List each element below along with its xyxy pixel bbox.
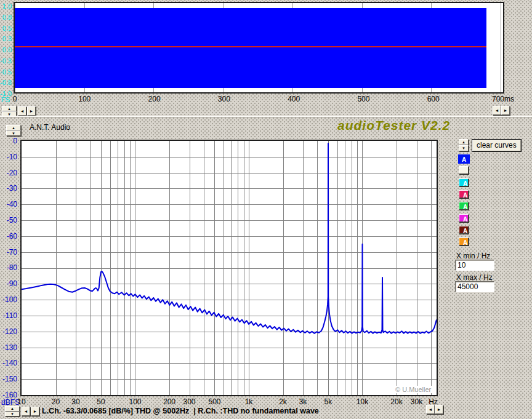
status-spinner: ▲ ▼ <box>5 406 20 417</box>
waveform-y-axis: 1.00.80.50.30.0-0.3-0.5-0.8-1.0 <box>0 2 12 100</box>
waveform-x-tick-label: 400 <box>288 95 300 103</box>
status-scroll-left-button[interactable]: ◄ <box>22 407 30 416</box>
waveform-y-tick-label: 1.0 <box>2 2 12 10</box>
spectrum-x-tick-label: 300 <box>183 397 195 406</box>
spectrum-y-tick-label: -20 <box>7 169 17 177</box>
spectrum-y-tick-label: -80 <box>7 263 17 272</box>
waveform-y-tick-label: 0.5 <box>2 25 12 32</box>
x-max-input[interactable] <box>455 281 494 292</box>
spectrum-x-tick-label: 20 <box>52 397 60 406</box>
section-divider <box>0 116 532 118</box>
waveform-signal <box>15 8 486 88</box>
curve-color-button-1[interactable]: A <box>458 154 470 164</box>
clear-curves-button[interactable]: clear curves <box>472 139 522 152</box>
spin-up-button[interactable]: ▲ <box>5 406 20 412</box>
waveform-right-scroll-left-button[interactable]: ◄ <box>493 106 501 115</box>
waveform-scroll-right-button[interactable]: ► <box>27 106 36 116</box>
spin-down-button[interactable]: ▼ <box>6 130 21 136</box>
spectrum-x-tick-label: 10 <box>17 397 25 406</box>
spin-up-button[interactable]: ▲ <box>6 125 21 130</box>
spectrum-x-tick-label: 2k <box>279 397 287 406</box>
spectrum-trace <box>22 143 437 333</box>
spin-up-icon: ▲ <box>7 107 11 111</box>
spectrum-x-tick-label: 20k <box>390 397 402 406</box>
spectrum-x-tick-label: 30k <box>411 397 422 406</box>
arrow-left-icon: ◄ <box>24 409 28 413</box>
curve-color-button-5[interactable]: A <box>459 202 469 210</box>
x-min-input[interactable] <box>455 260 494 271</box>
spectrum-x-tick-label: 200 <box>163 397 175 406</box>
copyright-label: © U.Mueller <box>394 386 432 393</box>
curve-color-button-6[interactable]: A <box>459 214 469 222</box>
status-scroll-right-button[interactable]: ► <box>31 407 39 416</box>
spectrum-y-tick-label: -30 <box>7 184 17 193</box>
spectrum-scale-spinner: ▲ ▼ <box>6 125 21 136</box>
spectrum-y-tick-label: -40 <box>7 200 17 209</box>
spectrum-y-tick-label: -60 <box>7 232 17 241</box>
arrow-right-icon: ► <box>33 409 38 413</box>
spin-down-icon: ▼ <box>12 132 15 135</box>
waveform-y-tick-label: -0.8 <box>0 79 12 86</box>
spin-up-icon: ▲ <box>10 407 14 410</box>
spectrum-x-tick-label: 5k <box>324 397 332 406</box>
waveform-x-tick-label: 200 <box>148 95 161 103</box>
spectrum-y-axis: 0-10-20-30-40-50-60-70-80-90-100-110-120… <box>0 141 18 396</box>
arrow-left-icon: ◄ <box>495 108 499 113</box>
waveform-y-tick-label: 0.8 <box>2 14 12 21</box>
arrow-right-icon: ► <box>30 109 34 113</box>
spectrum-x-tick-label: 30 <box>71 397 79 406</box>
waveform-y-unit-label: FS <box>1 96 10 103</box>
spectrum-scroll-right-button[interactable]: ► <box>435 405 443 414</box>
spectrum-scroll-left-button[interactable]: ◄ <box>426 405 435 414</box>
arrow-right-icon: ► <box>504 108 508 113</box>
waveform-x-tick-label: 300 <box>218 95 230 103</box>
waveform-x-tick-label: 500 <box>357 95 369 103</box>
curve-color-buttons: AAAAAAA <box>458 154 472 253</box>
spectrum-y-tick-label: -100 <box>2 295 17 304</box>
spectrum-y-tick-label: -50 <box>7 216 17 225</box>
waveform-scroll-left-button[interactable]: ◄ <box>18 106 26 116</box>
spectrum-y-tick-label: -130 <box>2 343 17 352</box>
waveform-zero-line <box>15 46 486 47</box>
spin-down-button[interactable]: ▼ <box>5 412 20 417</box>
waveform-right-scroll-right-button[interactable]: ► <box>501 106 510 115</box>
curve-color-button-8[interactable]: A <box>459 237 469 245</box>
spin-up-button[interactable]: ▲ <box>2 106 17 111</box>
spin-down-icon: ▼ <box>462 146 465 150</box>
spin-up-button[interactable]: ▲ <box>459 139 469 145</box>
spectrum-y-tick-label: -90 <box>7 279 17 288</box>
spectrum-x-axis: 102030501002003005001k2k3k5k10k20k30kHz <box>22 397 446 406</box>
spin-down-icon: ▼ <box>10 412 14 416</box>
spin-down-button[interactable]: ▼ <box>459 145 469 151</box>
waveform-plot <box>14 2 504 94</box>
spectrum-y-tick-label: -10 <box>7 153 17 161</box>
spectrum-svg <box>22 141 437 395</box>
arrow-left-icon: ◄ <box>429 407 433 412</box>
arrow-right-icon: ► <box>437 407 441 412</box>
waveform-y-tick-label: 0.0 <box>2 46 12 54</box>
status-text: L.Ch. -63.3/0.0685 [dB/%] THD @ 5002Hz |… <box>42 407 319 415</box>
spectrum-y-tick-label: 0 <box>13 137 17 145</box>
vendor-label: A.N.T. Audio <box>30 123 70 132</box>
curve-color-button-7[interactable]: A <box>459 226 469 234</box>
waveform-x-tick-label: 600 <box>427 95 440 103</box>
spectrum-plot <box>20 140 438 396</box>
curve-color-button-4[interactable]: A <box>459 190 469 198</box>
spectrum-x-tick-label: 3k <box>299 397 307 406</box>
curve-color-button-2[interactable] <box>459 166 469 174</box>
spectrum-y-tick-label: -140 <box>2 359 17 367</box>
spectrum-x-tick-label: 100 <box>129 397 141 406</box>
waveform-x-tick-label: 100 <box>78 95 91 103</box>
waveform-gridline <box>501 3 501 92</box>
curve-select-spinner: ▲ ▼ <box>459 139 469 151</box>
spectrum-x-tick-label: 1k <box>245 397 253 406</box>
waveform-x-axis: 0100200300400500600700ms <box>15 95 507 103</box>
spectrum-y-tick-label: -110 <box>3 311 17 320</box>
audiotester-window: 1.00.80.50.30.0-0.3-0.5-0.8-1.0 FS 01002… <box>0 0 532 419</box>
waveform-y-tick-label: -0.3 <box>0 57 12 65</box>
spectrum-y-tick-label: -150 <box>2 375 17 383</box>
spectrum-y-tick-label: -70 <box>7 248 17 257</box>
waveform-x-tick-label: 700ms <box>492 95 514 103</box>
waveform-x-tick-label: 0 <box>13 95 17 103</box>
curve-color-button-3[interactable]: A <box>459 178 469 186</box>
